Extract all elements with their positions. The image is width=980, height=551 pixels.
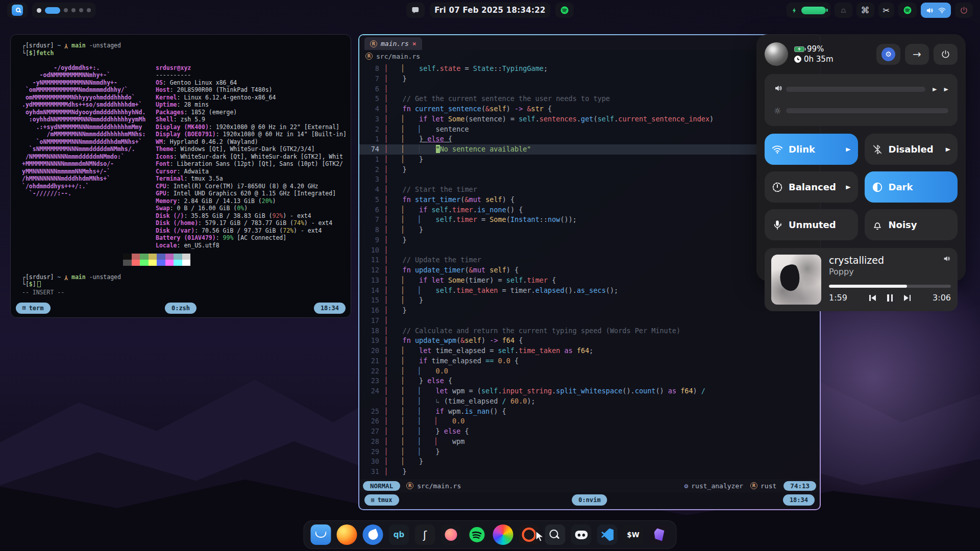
- chat-button[interactable]: [406, 3, 425, 18]
- fetch-info-line: Display (BOE0791): 980x551 @ 60 Hz in …: [156, 131, 347, 138]
- code-buffer[interactable]: 8▏ ▏ self.state = State::TypingGame;7▏ }…: [359, 64, 820, 478]
- rust-icon: R: [370, 40, 377, 47]
- spotify-tray-button[interactable]: [898, 3, 917, 18]
- code-line: 4▏ fn current_sentence(&self) -> &str {: [359, 104, 820, 114]
- track-progress[interactable]: [829, 285, 951, 288]
- album-art: [771, 255, 821, 305]
- chevron-right-icon[interactable]: ▶: [946, 146, 950, 153]
- speaker-icon[interactable]: [943, 255, 951, 277]
- toggle-dark[interactable]: Dark: [865, 171, 958, 203]
- screenshot-button[interactable]: ✂: [878, 3, 894, 18]
- prompt-line: ┌[srdusr] ~ Y main -unstaged: [22, 273, 351, 281]
- qbittorrent-icon[interactable]: qb: [389, 524, 409, 545]
- editor-window[interactable]: R main.rs × R src/main.rs 8▏ ▏ self.stat…: [358, 34, 821, 510]
- code-line: 4▏ // Start the timer: [359, 185, 820, 195]
- search-icon[interactable]: [12, 5, 23, 16]
- spotify-icon[interactable]: [467, 524, 487, 545]
- sliders-card: ▶ ▶ ☼: [765, 74, 958, 126]
- chevron-right-icon[interactable]: ▶: [944, 86, 948, 92]
- palette-swatch: [182, 254, 191, 260]
- battery-icon: [794, 46, 804, 52]
- volume-slider[interactable]: [786, 87, 925, 92]
- tmux-window-pill[interactable]: 0:nvim: [572, 494, 607, 506]
- tab-main-rs[interactable]: R main.rs ×: [364, 37, 422, 50]
- fetch-info-line: OS: Gentoo Linux x86_64: [156, 79, 347, 87]
- chevron-right-icon[interactable]: ▶: [846, 146, 850, 153]
- code-line: 14▏ ▏ ▏ self.time_taken = timer.elapsed(…: [359, 286, 820, 296]
- launcher-pill[interactable]: [7, 3, 28, 18]
- mouse-cursor: [535, 531, 546, 545]
- arrow-right-icon: →: [913, 48, 921, 60]
- next-button[interactable]: [904, 295, 911, 301]
- fetch-info-line: Theme: Windows [Qt], WhiteSur-Dark [GTK2…: [156, 145, 347, 153]
- lsp-indicator: ⚙ rust_analyzer: [684, 482, 743, 490]
- gear-icon: ⚙: [684, 482, 688, 490]
- toggle-dlink[interactable]: Dlink▶: [765, 134, 858, 165]
- thunderbird-icon[interactable]: [363, 524, 383, 545]
- code-line: 23▏ ▏ } else {: [359, 376, 820, 386]
- code-line: 3▏: [359, 174, 820, 185]
- palette-swatch: [165, 260, 174, 266]
- shell-swirl-icon[interactable]: ʃ: [415, 524, 435, 545]
- finder-icon[interactable]: [311, 524, 331, 545]
- workspace-dot[interactable]: [79, 8, 83, 12]
- palette-swatch: [140, 260, 149, 266]
- terminal-window[interactable]: ┌[srdusr] ~ Y main -unstaged └[$]fetch -…: [10, 34, 351, 318]
- workspace-active[interactable]: [45, 7, 60, 14]
- fetch-info-line: Packages: 1852 (emerge): [156, 109, 347, 116]
- tmux-session-pill[interactable]: ⊞term: [16, 303, 51, 314]
- spotify-button[interactable]: [555, 3, 574, 18]
- fetch-info-line: Battery (01AV479): 99% [AC Connected]: [156, 234, 347, 242]
- notification-button[interactable]: [835, 3, 852, 18]
- fetch-info-line: WM: Hyprland 0.46.2 (Wayland): [156, 138, 347, 146]
- fetch-info-line: ----------: [156, 71, 347, 79]
- close-icon[interactable]: ×: [412, 40, 416, 47]
- palette-swatch: [149, 254, 157, 260]
- power-button[interactable]: [955, 3, 973, 18]
- fetch-info-line: Disk (/home): 579.17 GiB / 783.77 GiB (7…: [156, 219, 347, 227]
- command-icon: ⌘: [861, 5, 870, 15]
- command-key-button[interactable]: ⌘: [856, 3, 874, 18]
- chevron-right-icon[interactable]: ▶: [933, 86, 937, 92]
- previous-button[interactable]: [869, 295, 876, 301]
- vscode-icon[interactable]: [597, 524, 618, 545]
- color-wheel-icon[interactable]: [493, 524, 513, 545]
- loupe-icon[interactable]: [545, 524, 566, 545]
- wifi-icon: [938, 7, 946, 14]
- toggle-disabled[interactable]: Disabled▶: [865, 134, 958, 165]
- workspace-dot[interactable]: [64, 8, 68, 12]
- discord-icon[interactable]: [571, 524, 592, 545]
- palette-row-2: [123, 260, 351, 266]
- blank-line: [22, 57, 351, 64]
- audio-network-pill[interactable]: [921, 3, 951, 18]
- power-icon: [960, 6, 968, 15]
- chevron-right-icon[interactable]: ▶: [846, 184, 850, 190]
- firefox-icon[interactable]: [337, 524, 357, 545]
- workspace-dot[interactable]: [87, 8, 91, 12]
- track-artist: Poppy: [829, 267, 884, 277]
- obsidian-icon[interactable]: [649, 524, 670, 545]
- audio-app-icon[interactable]: [441, 524, 461, 545]
- pause-button[interactable]: [887, 294, 893, 302]
- toggle-unmuted[interactable]: Unmuted: [765, 209, 858, 240]
- chat-icon: [411, 6, 420, 15]
- dollar-w-icon[interactable]: $W: [623, 524, 644, 545]
- brightness-icon: ☼: [774, 106, 786, 116]
- shutdown-button[interactable]: [934, 44, 958, 65]
- workspace-dot[interactable]: [71, 8, 76, 12]
- tmux-session-pill[interactable]: ⊞tmux: [364, 494, 399, 506]
- code-line: 3▏ ▏ if let Some(sentence) = self.senten…: [359, 114, 820, 124]
- brightness-slider[interactable]: [786, 108, 948, 113]
- gear-icon: ⚙: [881, 47, 895, 61]
- settings-button[interactable]: ⚙: [876, 44, 900, 65]
- clock-pill[interactable]: Fri 07 Feb 2025 18:34:22: [430, 3, 550, 18]
- toggle-balanced[interactable]: Balanced▶: [765, 171, 858, 203]
- battery-indicator[interactable]: [787, 3, 830, 18]
- avatar[interactable]: [765, 42, 788, 66]
- workspace-indicator[interactable]: [32, 3, 95, 18]
- logout-button[interactable]: →: [905, 44, 929, 65]
- code-line: 16▏ }: [359, 306, 820, 316]
- toggle-noisy[interactable]: Noisy: [865, 209, 958, 240]
- tmux-window-pill[interactable]: 0:zsh: [165, 303, 197, 314]
- workspace-dot-occupied[interactable]: [37, 8, 41, 13]
